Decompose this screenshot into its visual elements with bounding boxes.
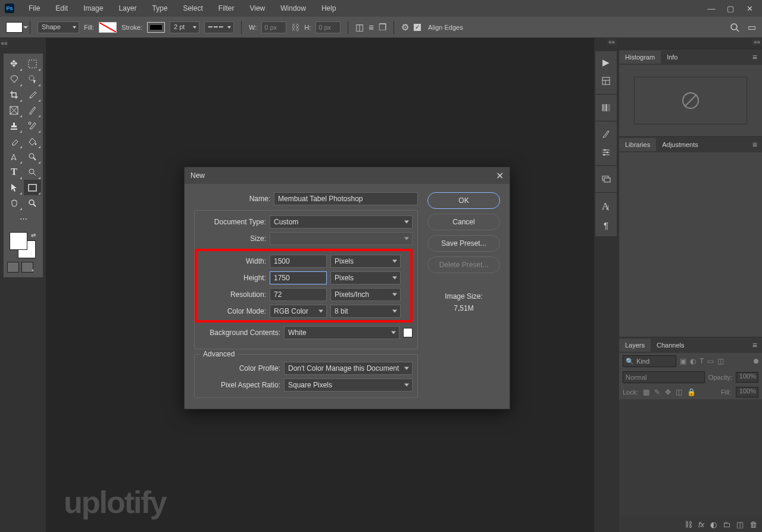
colormode-label: Color Mode: (199, 307, 266, 315)
pixelratio-label: Pixel Aspect Ratio: (195, 381, 280, 389)
profile-select[interactable]: Don't Color Manage this Document (284, 362, 413, 375)
size-label: Size: (195, 234, 266, 243)
dialog-title: New (190, 171, 205, 180)
doctype-select[interactable]: Custom (270, 215, 413, 229)
image-size-label: Image Size: (427, 292, 500, 301)
height-input-dialog[interactable] (270, 271, 327, 284)
width-label: Width: (199, 257, 266, 265)
ok-button[interactable]: OK (427, 192, 500, 209)
bg-color-swatch[interactable] (403, 328, 413, 337)
new-document-dialog: New ✕ Name: Document Type: Custom Size: (184, 167, 510, 409)
dialog-title-bar[interactable]: New ✕ (185, 167, 510, 184)
size-select (270, 232, 413, 245)
bg-select[interactable]: White (284, 326, 399, 339)
name-input[interactable] (274, 192, 418, 205)
profile-label: Color Profile: (195, 364, 280, 373)
highlight-box: Width: Pixels Height: Pixels Resolution:… (195, 249, 413, 323)
bitdepth-select[interactable]: 8 bit (330, 305, 401, 318)
width-unit-select[interactable]: Pixels (330, 255, 401, 268)
resolution-input[interactable] (270, 288, 327, 301)
image-size-value: 7,51M (427, 304, 500, 312)
save-preset-button[interactable]: Save Preset... (427, 235, 500, 252)
resolution-unit-select[interactable]: Pixels/Inch (330, 288, 401, 301)
width-input-dialog[interactable] (270, 255, 327, 268)
name-label: Name: (194, 195, 270, 203)
close-icon[interactable]: ✕ (496, 170, 504, 181)
bg-label: Background Contents: (195, 328, 280, 337)
resolution-label: Resolution: (199, 290, 266, 299)
doctype-label: Document Type: (195, 218, 266, 226)
pixelratio-select[interactable]: Square Pixels (284, 378, 413, 392)
colormode-select[interactable]: RGB Color (270, 305, 327, 318)
height-unit-select[interactable]: Pixels (330, 271, 401, 284)
height-label: Height: (199, 274, 266, 282)
delete-preset-button: Delete Preset... (427, 256, 500, 273)
advanced-legend: Advanced (201, 350, 237, 358)
cancel-button[interactable]: Cancel (427, 214, 500, 230)
